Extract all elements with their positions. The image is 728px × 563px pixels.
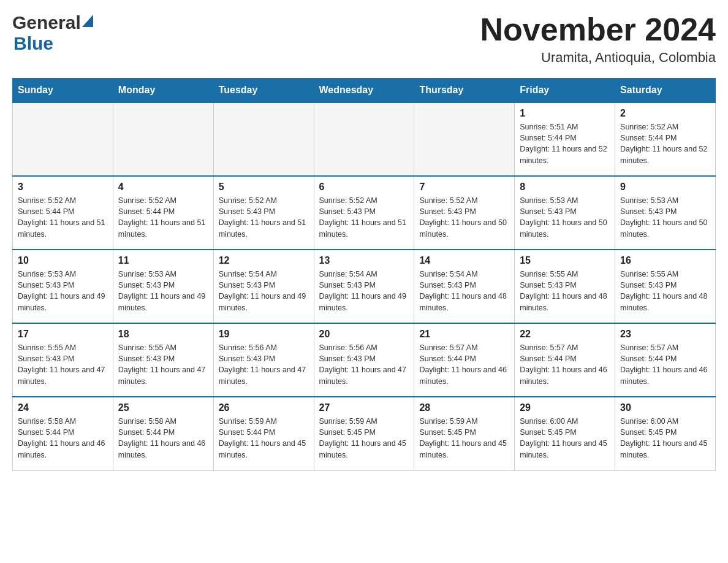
day-number-17: 17 — [18, 329, 108, 340]
calendar-cell-w2-d2: 4Sunrise: 5:52 AM Sunset: 5:44 PM Daylig… — [113, 176, 213, 250]
calendar-cell-w1-d1 — [13, 102, 113, 176]
calendar-cell-w1-d2 — [113, 102, 213, 176]
day-number-13: 13 — [319, 255, 409, 266]
calendar-cell-w5-d5: 28Sunrise: 5:59 AM Sunset: 5:45 PM Dayli… — [414, 397, 515, 470]
month-year-title: November 2024 — [480, 12, 716, 47]
calendar-cell-w3-d7: 16Sunrise: 5:55 AM Sunset: 5:43 PM Dayli… — [615, 250, 716, 323]
day-info-3: Sunrise: 5:52 AM Sunset: 5:44 PM Dayligh… — [18, 195, 108, 240]
calendar-week-4: 17Sunrise: 5:55 AM Sunset: 5:43 PM Dayli… — [13, 323, 716, 397]
day-info-26: Sunrise: 5:59 AM Sunset: 5:44 PM Dayligh… — [219, 416, 309, 461]
day-info-20: Sunrise: 5:56 AM Sunset: 5:43 PM Dayligh… — [319, 342, 409, 387]
day-number-11: 11 — [118, 255, 208, 266]
weekday-header-row: SundayMondayTuesdayWednesdayThursdayFrid… — [13, 79, 716, 103]
page-header: General Blue November 2024 Uramita, Anti… — [12, 12, 716, 66]
calendar-cell-w2-d7: 9Sunrise: 5:53 AM Sunset: 5:43 PM Daylig… — [615, 176, 716, 250]
calendar-cell-w4-d1: 17Sunrise: 5:55 AM Sunset: 5:43 PM Dayli… — [13, 323, 113, 397]
day-info-30: Sunrise: 6:00 AM Sunset: 5:45 PM Dayligh… — [620, 416, 710, 461]
calendar-week-1: 1Sunrise: 5:51 AM Sunset: 5:44 PM Daylig… — [13, 102, 716, 176]
day-info-16: Sunrise: 5:55 AM Sunset: 5:43 PM Dayligh… — [620, 269, 710, 313]
weekday-header-sunday: Sunday — [13, 79, 113, 103]
day-number-28: 28 — [419, 402, 509, 413]
calendar-cell-w4-d4: 20Sunrise: 5:56 AM Sunset: 5:43 PM Dayli… — [314, 323, 414, 397]
day-number-20: 20 — [319, 329, 409, 340]
calendar-table: SundayMondayTuesdayWednesdayThursdayFrid… — [12, 78, 716, 471]
day-info-1: Sunrise: 5:51 AM Sunset: 5:44 PM Dayligh… — [520, 121, 610, 166]
logo-arrow-icon — [82, 15, 93, 27]
day-number-23: 23 — [620, 329, 710, 340]
calendar-cell-w4-d5: 21Sunrise: 5:57 AM Sunset: 5:44 PM Dayli… — [414, 323, 515, 397]
day-number-26: 26 — [219, 402, 309, 413]
calendar-cell-w2-d5: 7Sunrise: 5:52 AM Sunset: 5:43 PM Daylig… — [414, 176, 515, 250]
day-number-25: 25 — [118, 402, 208, 413]
logo: General Blue — [12, 12, 93, 54]
calendar-cell-w1-d5 — [414, 102, 515, 176]
day-number-3: 3 — [18, 182, 108, 193]
day-info-21: Sunrise: 5:57 AM Sunset: 5:44 PM Dayligh… — [419, 342, 509, 387]
day-info-5: Sunrise: 5:52 AM Sunset: 5:43 PM Dayligh… — [219, 195, 309, 240]
day-info-24: Sunrise: 5:58 AM Sunset: 5:44 PM Dayligh… — [18, 416, 108, 461]
calendar-cell-w3-d4: 13Sunrise: 5:54 AM Sunset: 5:43 PM Dayli… — [314, 250, 414, 323]
day-number-10: 10 — [18, 255, 108, 266]
calendar-cell-w1-d3 — [213, 102, 314, 176]
location-subtitle: Uramita, Antioquia, Colombia — [480, 50, 716, 66]
day-number-29: 29 — [520, 402, 610, 413]
day-number-24: 24 — [18, 402, 108, 413]
day-number-5: 5 — [219, 182, 309, 193]
day-info-13: Sunrise: 5:54 AM Sunset: 5:43 PM Dayligh… — [319, 269, 409, 313]
day-info-7: Sunrise: 5:52 AM Sunset: 5:43 PM Dayligh… — [419, 195, 509, 240]
day-number-21: 21 — [419, 329, 509, 340]
day-info-19: Sunrise: 5:56 AM Sunset: 5:43 PM Dayligh… — [219, 342, 309, 387]
day-info-14: Sunrise: 5:54 AM Sunset: 5:43 PM Dayligh… — [419, 269, 509, 313]
day-number-19: 19 — [219, 329, 309, 340]
calendar-cell-w1-d4 — [314, 102, 414, 176]
day-info-11: Sunrise: 5:53 AM Sunset: 5:43 PM Dayligh… — [118, 269, 208, 313]
calendar-week-2: 3Sunrise: 5:52 AM Sunset: 5:44 PM Daylig… — [13, 176, 716, 250]
day-info-8: Sunrise: 5:53 AM Sunset: 5:43 PM Dayligh… — [520, 195, 610, 240]
day-info-17: Sunrise: 5:55 AM Sunset: 5:43 PM Dayligh… — [18, 342, 108, 387]
day-info-22: Sunrise: 5:57 AM Sunset: 5:44 PM Dayligh… — [520, 342, 610, 387]
day-info-23: Sunrise: 5:57 AM Sunset: 5:44 PM Dayligh… — [620, 342, 710, 387]
day-info-25: Sunrise: 5:58 AM Sunset: 5:44 PM Dayligh… — [118, 416, 208, 461]
day-info-12: Sunrise: 5:54 AM Sunset: 5:43 PM Dayligh… — [219, 269, 309, 313]
day-number-12: 12 — [219, 255, 309, 266]
day-number-6: 6 — [319, 182, 409, 193]
calendar-week-5: 24Sunrise: 5:58 AM Sunset: 5:44 PM Dayli… — [13, 397, 716, 470]
weekday-header-thursday: Thursday — [414, 79, 515, 103]
calendar-cell-w3-d6: 15Sunrise: 5:55 AM Sunset: 5:43 PM Dayli… — [515, 250, 615, 323]
calendar-cell-w5-d7: 30Sunrise: 6:00 AM Sunset: 5:45 PM Dayli… — [615, 397, 716, 470]
title-block: November 2024 Uramita, Antioquia, Colomb… — [480, 12, 716, 66]
logo-blue-text: Blue — [13, 33, 53, 53]
day-number-16: 16 — [620, 255, 710, 266]
day-info-27: Sunrise: 5:59 AM Sunset: 5:45 PM Dayligh… — [319, 416, 409, 461]
weekday-header-tuesday: Tuesday — [213, 79, 314, 103]
calendar-cell-w1-d7: 2Sunrise: 5:52 AM Sunset: 5:44 PM Daylig… — [615, 102, 716, 176]
day-number-1: 1 — [520, 108, 610, 119]
day-number-2: 2 — [620, 108, 710, 119]
day-number-15: 15 — [520, 255, 610, 266]
calendar-cell-w3-d2: 11Sunrise: 5:53 AM Sunset: 5:43 PM Dayli… — [113, 250, 213, 323]
day-info-2: Sunrise: 5:52 AM Sunset: 5:44 PM Dayligh… — [620, 121, 710, 166]
day-info-4: Sunrise: 5:52 AM Sunset: 5:44 PM Dayligh… — [118, 195, 208, 240]
calendar-cell-w5-d2: 25Sunrise: 5:58 AM Sunset: 5:44 PM Dayli… — [113, 397, 213, 470]
calendar-cell-w4-d6: 22Sunrise: 5:57 AM Sunset: 5:44 PM Dayli… — [515, 323, 615, 397]
calendar-cell-w3-d1: 10Sunrise: 5:53 AM Sunset: 5:43 PM Dayli… — [13, 250, 113, 323]
weekday-header-saturday: Saturday — [615, 79, 716, 103]
day-info-29: Sunrise: 6:00 AM Sunset: 5:45 PM Dayligh… — [520, 416, 610, 461]
day-info-28: Sunrise: 5:59 AM Sunset: 5:45 PM Dayligh… — [419, 416, 509, 461]
day-number-14: 14 — [419, 255, 509, 266]
day-info-6: Sunrise: 5:52 AM Sunset: 5:43 PM Dayligh… — [319, 195, 409, 240]
calendar-week-3: 10Sunrise: 5:53 AM Sunset: 5:43 PM Dayli… — [13, 250, 716, 323]
calendar-cell-w4-d3: 19Sunrise: 5:56 AM Sunset: 5:43 PM Dayli… — [213, 323, 314, 397]
calendar-cell-w3-d5: 14Sunrise: 5:54 AM Sunset: 5:43 PM Dayli… — [414, 250, 515, 323]
day-info-9: Sunrise: 5:53 AM Sunset: 5:43 PM Dayligh… — [620, 195, 710, 240]
calendar-cell-w5-d6: 29Sunrise: 6:00 AM Sunset: 5:45 PM Dayli… — [515, 397, 615, 470]
weekday-header-wednesday: Wednesday — [314, 79, 414, 103]
day-number-7: 7 — [419, 182, 509, 193]
day-number-18: 18 — [118, 329, 208, 340]
day-number-8: 8 — [520, 182, 610, 193]
calendar-cell-w3-d3: 12Sunrise: 5:54 AM Sunset: 5:43 PM Dayli… — [213, 250, 314, 323]
weekday-header-monday: Monday — [113, 79, 213, 103]
day-number-27: 27 — [319, 402, 409, 413]
calendar-cell-w2-d4: 6Sunrise: 5:52 AM Sunset: 5:43 PM Daylig… — [314, 176, 414, 250]
calendar-cell-w5-d1: 24Sunrise: 5:58 AM Sunset: 5:44 PM Dayli… — [13, 397, 113, 470]
